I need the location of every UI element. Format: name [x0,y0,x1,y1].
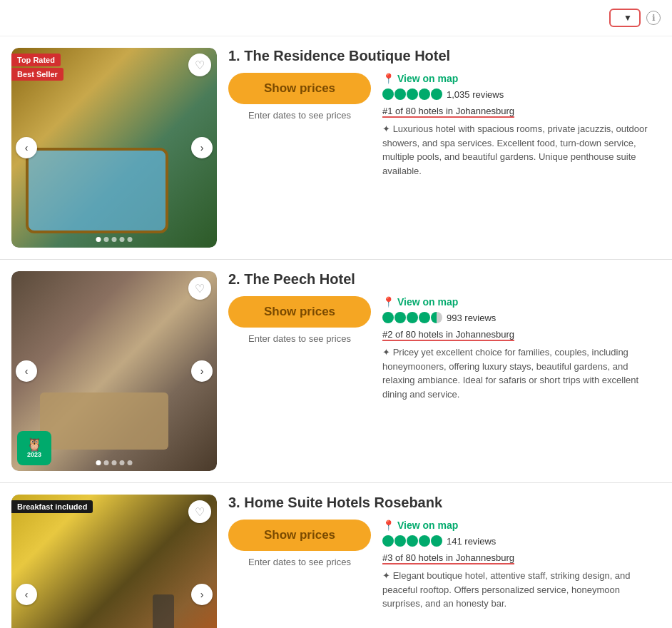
star-full [407,535,418,547]
pricing-section: Show prices Enter dates to see prices [228,73,371,178]
dot[interactable] [120,237,125,242]
details-section: 📍 View on map 1,035 reviews #1 of 80 hot… [382,73,661,178]
star-full [431,535,442,547]
hotel-card: ♡ ‹ › 🦉 2023 2. The Peech Hotel Show pri… [0,260,672,483]
description-icon: ✦ [382,347,393,358]
hotel-ranking: #1 of 80 hotels in Johannesburg [382,104,661,118]
bed-overlay [40,392,168,450]
image-prev-button[interactable]: ‹ [16,360,37,382]
sort-dropdown[interactable]: ▼ [609,9,641,27]
dot[interactable] [104,460,109,465]
star-full [394,312,406,323]
favorite-button[interactable]: ♡ [188,54,211,76]
show-prices-button[interactable]: Show prices [228,296,371,328]
hotel-middle: Show prices Enter dates to see prices 📍 … [228,296,661,401]
view-on-map-link[interactable]: 📍 View on map [382,296,661,308]
hotel-list: Top Rated Best Seller ♡ ‹ › 1. The Resid… [0,36,672,628]
star-rating [382,312,442,323]
chevron-down-icon: ▼ [623,13,632,23]
view-on-map-link[interactable]: 📍 View on map [382,520,661,531]
map-pin-icon: 📍 [382,73,394,84]
star-rating [382,535,442,547]
jacuzzi-overlay [26,148,168,233]
star-full [419,535,430,547]
view-on-map-label: View on map [397,296,458,308]
image-dots [96,460,133,465]
star-half [431,312,442,323]
star-full [431,88,442,100]
hotel-card: Top Rated Best Seller ♡ ‹ › 1. The Resid… [0,36,672,260]
dot[interactable] [96,237,101,242]
dot[interactable] [104,237,109,242]
star-full [382,535,394,547]
image-next-button[interactable]: › [191,137,213,158]
figure-overlay [153,594,174,628]
description-icon: ✦ [382,123,393,134]
map-pin-icon: 📍 [382,296,394,308]
tripadvisor-year: 2023 [27,451,41,458]
badge-breakfast: Breakfast included [11,500,93,513]
hotel-image [11,495,217,628]
badge-top-rated: Top Rated [11,54,61,66]
dot[interactable] [120,460,125,465]
view-on-map-label: View on map [397,73,458,84]
hotel-description: ✦ Luxurious hotel with spacious rooms, p… [382,122,661,178]
hotel-image-container: ♡ ‹ › 🦉 2023 [11,271,217,471]
enter-dates-text: Enter dates to see prices [248,110,351,121]
enter-dates-text: Enter dates to see prices [248,557,351,567]
star-rating [382,88,442,100]
pricing-section: Show prices Enter dates to see prices [228,296,371,401]
dot[interactable] [128,460,133,465]
description-icon: ✦ [382,570,393,581]
star-full [407,88,418,100]
image-dots [96,237,133,242]
stars-row: 141 reviews [382,535,661,547]
star-full [382,88,394,100]
hotel-middle: Show prices Enter dates to see prices 📍 … [228,73,661,178]
hotel-info: 1. The Residence Boutique Hotel Show pri… [228,48,661,248]
map-pin-icon: 📍 [382,520,394,531]
review-count: 1,035 reviews [447,89,504,100]
star-full [419,88,430,100]
star-full [394,88,406,100]
dot[interactable] [112,460,117,465]
image-next-button[interactable]: › [191,584,213,605]
ranking-text: #1 of 80 hotels in Johannesburg [382,106,514,118]
star-full [382,312,394,323]
details-section: 📍 View on map 141 reviews #3 of 80 hotel… [382,520,661,611]
ranking-text: #3 of 80 hotels in Johannesburg [382,552,514,564]
page-header: ▼ ℹ [0,0,672,36]
image-prev-button[interactable]: ‹ [16,584,37,605]
image-prev-button[interactable]: ‹ [16,137,37,158]
hotel-name: 1. The Residence Boutique Hotel [228,48,661,64]
hotel-name: 3. Home Suite Hotels Rosebank [228,495,661,511]
view-on-map-link[interactable]: 📍 View on map [382,73,661,84]
star-full [407,312,418,323]
hotel-card: Breakfast included ♡ ‹ › 3. Home Suite H… [0,483,672,628]
dot[interactable] [128,237,133,242]
show-prices-button[interactable]: Show prices [228,520,371,551]
show-prices-button[interactable]: Show prices [228,73,371,104]
view-on-map-label: View on map [397,520,458,531]
dot[interactable] [112,237,117,242]
hotel-middle: Show prices Enter dates to see prices 📍 … [228,520,661,611]
star-full [419,312,430,323]
hotel-ranking: #3 of 80 hotels in Johannesburg [382,551,661,564]
hotel-ranking: #2 of 80 hotels in Johannesburg [382,328,661,341]
tripadvisor-owl-icon: 🦉 [26,438,42,451]
sort-container: ▼ ℹ [604,9,661,27]
review-count: 993 reviews [447,313,496,323]
review-count: 141 reviews [447,536,496,547]
hotel-image-container: Breakfast included ♡ ‹ › [11,495,217,628]
stars-row: 993 reviews [382,312,661,323]
dot[interactable] [96,460,101,465]
pricing-section: Show prices Enter dates to see prices [228,520,371,611]
info-icon[interactable]: ℹ [646,11,661,25]
stars-row: 1,035 reviews [382,88,661,100]
favorite-button[interactable]: ♡ [188,500,211,523]
image-next-button[interactable]: › [191,360,213,382]
hotel-description: ✦ Elegant boutique hotel, attentive staf… [382,569,661,611]
hotel-info: 3. Home Suite Hotels Rosebank Show price… [228,495,661,628]
enter-dates-text: Enter dates to see prices [248,333,351,344]
favorite-button[interactable]: ♡ [188,277,211,300]
